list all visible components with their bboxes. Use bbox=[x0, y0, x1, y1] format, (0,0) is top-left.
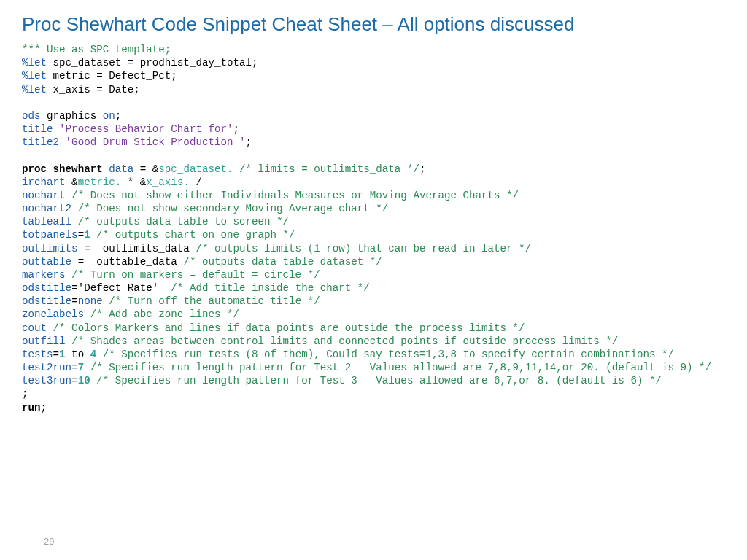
keyword: cout bbox=[22, 322, 47, 334]
code-text: ='Defect Rate' bbox=[71, 282, 165, 294]
keyword: outfill bbox=[22, 335, 66, 347]
keyword: outtable bbox=[22, 256, 71, 268]
code-text: = bbox=[71, 375, 78, 386]
code-text: ; bbox=[419, 163, 426, 175]
code-text: to bbox=[66, 349, 90, 360]
keyword: none bbox=[78, 295, 103, 307]
code-text: ; bbox=[233, 123, 239, 135]
string: 'Process Behavior Chart for' bbox=[53, 123, 233, 135]
code-text: x_axis = Date; bbox=[47, 84, 140, 96]
comment: /* Shades areas between control limits a… bbox=[66, 335, 619, 347]
code-text: = bbox=[53, 349, 60, 360]
keyword-shewhart: shewhart bbox=[47, 163, 103, 175]
number: 4 bbox=[90, 349, 97, 360]
number: 1 bbox=[59, 349, 66, 360]
keyword: test2run bbox=[22, 362, 71, 373]
keyword: odstitle bbox=[22, 295, 71, 307]
number: 10 bbox=[78, 375, 90, 386]
code-text: = outlimits_data bbox=[78, 243, 196, 254]
keyword: totpanels bbox=[22, 229, 78, 241]
macro-var: metric. bbox=[78, 176, 122, 188]
comment: /* Specifies run length pattern for Test… bbox=[84, 362, 711, 373]
number: 7 bbox=[78, 362, 85, 373]
keyword-let: %let bbox=[22, 84, 47, 96]
keyword: tests bbox=[22, 349, 53, 360]
comment: /* Add title inside the chart */ bbox=[165, 282, 370, 294]
code-text: = outtable_data bbox=[71, 256, 183, 268]
string: 'Good Drum Stick Production ' bbox=[59, 136, 245, 148]
comment: /* Add abc zone lines */ bbox=[84, 308, 239, 320]
keyword: title bbox=[22, 123, 53, 135]
keyword: nochart bbox=[22, 190, 66, 201]
code-block: *** Use as SPC template; %let spc_datase… bbox=[22, 43, 725, 414]
macro-var: x_axis. bbox=[146, 176, 190, 188]
keyword: markers bbox=[22, 269, 66, 281]
comment: /* Does not show either Individuals Meas… bbox=[66, 190, 519, 201]
code-text: / bbox=[190, 176, 202, 188]
comment: /* Colors Markers and lines if data poin… bbox=[47, 322, 525, 334]
number: 1 bbox=[84, 229, 90, 241]
comment: /* Does not show secondary Moving Averag… bbox=[71, 203, 388, 214]
comment: /* outputs data table to screen */ bbox=[71, 216, 289, 228]
code-text: ; bbox=[246, 136, 252, 148]
code-text: graphics bbox=[41, 110, 103, 122]
comment: /* outputs limits (1 row) that can be re… bbox=[196, 243, 531, 254]
keyword-let: %let bbox=[22, 57, 47, 69]
code-line: *** Use as SPC template; bbox=[22, 44, 171, 55]
comment: /* Turn on markers – default = circle */ bbox=[66, 269, 320, 281]
code-text: ; bbox=[22, 388, 28, 400]
code-text: = & bbox=[133, 163, 158, 175]
keyword: on bbox=[103, 110, 115, 122]
comment: /* Specifies run tests (8 of them), Coul… bbox=[96, 349, 674, 360]
comment: /* outputs data table dataset */ bbox=[183, 256, 382, 268]
keyword-run: run bbox=[22, 402, 41, 413]
keyword-proc: proc bbox=[22, 163, 47, 175]
code-text: & bbox=[66, 176, 78, 188]
comment: /* Turn off the automatic title */ bbox=[103, 295, 320, 307]
keyword: irchart bbox=[22, 176, 66, 188]
macro-var: spc_dataset. bbox=[158, 163, 233, 175]
keyword: outlimits bbox=[22, 243, 78, 254]
keyword: test3run bbox=[22, 375, 71, 386]
code-text: metric = Defect_Pct; bbox=[47, 70, 177, 82]
comment: /* Specifies run length pattern for Test… bbox=[90, 375, 662, 386]
keyword: title2 bbox=[22, 136, 59, 148]
keyword: nochart2 bbox=[22, 203, 71, 214]
keyword: odstitle bbox=[22, 282, 71, 294]
keyword: ods bbox=[22, 110, 41, 122]
code-text: spc_dataset = prodhist_day_total; bbox=[47, 57, 258, 69]
page-number: 29 bbox=[44, 536, 54, 547]
code-text: ; bbox=[41, 402, 47, 413]
code-text: = bbox=[71, 295, 78, 307]
keyword: tableall bbox=[22, 216, 71, 228]
page-title: Proc Shewhart Code Snippet Cheat Sheet –… bbox=[22, 13, 725, 36]
comment: /* limits = outlimits_data */ bbox=[233, 163, 419, 175]
keyword: zonelabels bbox=[22, 308, 84, 320]
comment: /* outputs chart on one graph */ bbox=[90, 229, 295, 241]
code-text: = bbox=[78, 229, 85, 241]
keyword-let: %let bbox=[22, 70, 47, 82]
code-text: ; bbox=[115, 110, 122, 122]
code-text: * & bbox=[121, 176, 146, 188]
code-text: = bbox=[71, 362, 78, 373]
keyword: data bbox=[103, 163, 134, 175]
